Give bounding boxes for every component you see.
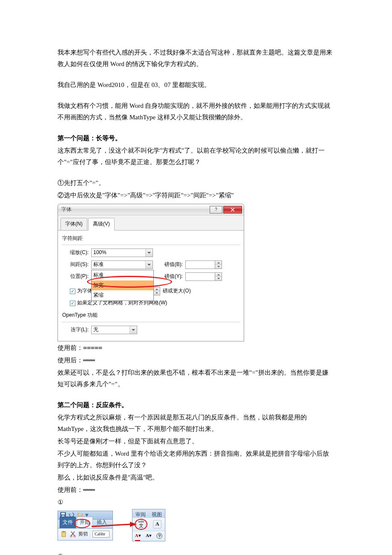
tab-advanced[interactable]: 高级(V) [88, 218, 115, 231]
dialog-title: 字体 [61, 205, 209, 214]
spacing-value: 标准 [92, 260, 145, 269]
intro-para-3: 我做文档有个习惯，能用 Word 自身功能实现的，就不用外接的软件，如果能用打字… [58, 100, 334, 123]
font-name-box[interactable]: Calibr [92, 531, 110, 538]
chevron-down-icon [145, 249, 153, 257]
q1-before: 使用前：===== [58, 342, 334, 354]
ribbon-tab-home[interactable]: 开始 [77, 517, 93, 528]
point-y-field[interactable] [185, 272, 215, 281]
font-dialog: 字体 ? 字体(N) 高级(V) 字符间距 缩放(C): 100% [58, 204, 244, 341]
point-y-spinner[interactable] [215, 272, 222, 281]
ligature-value: 无 [92, 325, 130, 335]
point-b-field[interactable] [185, 260, 215, 269]
scale-dropdown[interactable]: 100% [91, 249, 153, 257]
ribbon-right-panel: 审阅 视图 wén 文 A A▾ A▾ 字 [132, 509, 165, 541]
ribbon-tab-view[interactable]: 视图 [149, 509, 165, 518]
kerning-checkbox[interactable]: ✓ [70, 289, 75, 294]
ribbon-tab-insert[interactable]: 插入 [94, 517, 110, 528]
font-color-icon[interactable]: A▾ [135, 532, 141, 540]
point-b-spinner[interactable] [215, 260, 222, 269]
q2-step-2: ② [58, 551, 334, 555]
label-point-y: 磅值(Y): [160, 272, 185, 281]
option-condensed[interactable]: 紧缩 [92, 290, 153, 301]
q1-step-2: ②选中后依次是"字体"=>"高级"=>"字符间距"=>"间距"=>"紧缩" [58, 190, 334, 201]
chevron-down-icon [145, 261, 153, 269]
grid-checkbox[interactable]: ✓ [70, 301, 75, 306]
q1-after-text: 效果还可以，不是么？打印出来的效果也不错，根本看不出来是一堆"="拼出来的。当然… [58, 367, 334, 390]
close-icon [231, 208, 235, 212]
question-2-title: 第二个问题：反应条件。 [58, 399, 334, 411]
label-scale: 缩放(C): [61, 248, 91, 257]
label-ligature: 连字(L): [61, 325, 91, 335]
q2-step-1: ① [58, 497, 334, 508]
cut-icon [69, 531, 76, 538]
help-button[interactable]: ? [210, 206, 222, 214]
question-1-title: 第一个问题：长等号。 [58, 133, 334, 144]
cut-label: 剪切 [78, 530, 88, 538]
label-spacing: 间距(S): [61, 260, 91, 269]
spacing-options-list[interactable]: 标准 加宽 紧缩 [91, 270, 154, 301]
group-char-spacing: 字符间距 [62, 234, 240, 243]
option-standard[interactable]: 标准 [92, 270, 153, 280]
ribbon-figure: ▾ 文件 开始 插入 剪切 Calibr 审阅 视图 wén [58, 509, 168, 543]
scale-value: 100% [92, 248, 145, 257]
question-1-text: 这东西太常见了，没这个就不叫化学"方程式"了。以前在学校写论文的时候可以偷点懒，… [58, 145, 334, 168]
kerning-suffix: 磅或更大(O) [163, 286, 190, 296]
label-point-b: 磅值(B): [160, 260, 185, 269]
tab-font[interactable]: 字体(N) [61, 218, 87, 231]
spacing-dropdown[interactable]: 标准 [91, 260, 153, 269]
kerning-spinner[interactable] [153, 287, 160, 295]
close-button[interactable] [223, 206, 242, 214]
dialog-titlebar: 字体 ? [58, 204, 244, 215]
intro-para-1: 我本来想写个有些代入感的开头，不过我好像不太适合写这种，那就直奔主题吧。这篇文章… [58, 47, 334, 70]
ligature-dropdown[interactable]: 无 [91, 326, 137, 334]
ribbon-tab-review[interactable]: 审阅 [133, 509, 149, 518]
q2-text-3: 不少人可能都知道，Word 里有个给语文老师用的东西：拼音指南。效果就是把拼音字… [58, 448, 334, 471]
option-expanded[interactable]: 加宽 [92, 280, 153, 291]
svg-rect-4 [63, 531, 65, 532]
q1-step-1: ①先打五个"="。 [58, 177, 334, 189]
q2-before: 使用前：═══ [58, 484, 334, 496]
ribbon-tab-file[interactable]: 文件 [60, 517, 76, 528]
paste-icon [61, 531, 67, 538]
intro-para-2: 我自己用的是 Word2010，但是在 03、07 里都能实现。 [58, 79, 334, 91]
q1-after: 使用后：═══ [58, 355, 334, 366]
chevron-down-icon [130, 326, 137, 334]
q2-text-4: 那么，比如说反应条件是"高温"吧。 [58, 472, 334, 483]
group-opentype: OpenType 功能 [62, 311, 240, 320]
char-border-button[interactable]: A [153, 520, 161, 529]
svg-rect-1 [61, 513, 65, 515]
q2-text-1: 化学方程式之所以麻烦，有一个原因就是那五花八门的反应条件。当然，以前我都是用的M… [58, 412, 334, 435]
enclose-char-icon[interactable]: 字 [156, 533, 162, 539]
phonetic-guide-button[interactable]: wén 文 [136, 520, 146, 529]
label-position: 位置(P): [61, 272, 91, 281]
highlight-icon[interactable]: A▾ [146, 532, 152, 540]
q2-text-2: 长等号还是像刚才一样，但是下面就有点意思了。 [58, 436, 334, 447]
